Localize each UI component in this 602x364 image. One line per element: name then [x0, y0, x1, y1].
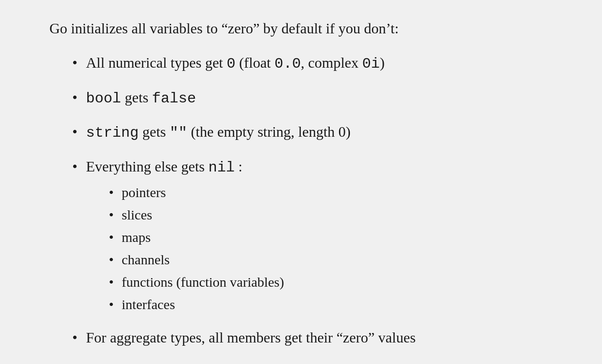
main-list: All numerical types get 0 (float 0.0, co… — [49, 53, 553, 348]
code-complex: 0i — [362, 55, 380, 72]
code-0: 0 — [226, 55, 235, 72]
list-item-numerical: All numerical types get 0 (float 0.0, co… — [72, 53, 553, 75]
sub-item-pointers-label: pointers — [122, 185, 166, 200]
sub-item-maps-label: maps — [122, 230, 150, 245]
sub-list-nil-types: pointers slices maps channels functions … — [86, 182, 553, 315]
code-float: 0.0 — [274, 55, 301, 72]
numerical-text: All numerical types get 0 (float 0.0, co… — [86, 54, 385, 71]
bool-text: bool gets false — [86, 89, 196, 106]
sub-item-channels-label: channels — [122, 252, 170, 267]
code-string: string — [86, 124, 139, 141]
sub-item-slices-label: slices — [122, 207, 152, 222]
aggregate-text: For aggregate types, all members get the… — [86, 329, 416, 346]
sub-item-channels: channels — [109, 249, 553, 270]
list-item-aggregate: For aggregate types, all members get the… — [72, 327, 553, 348]
code-empty-string: "" — [170, 124, 187, 141]
sub-item-functions: functions (function variables) — [109, 272, 553, 292]
string-text: string gets "" (the empty string, length… — [86, 123, 350, 140]
list-item-bool: bool gets false — [72, 87, 553, 109]
sub-item-slices: slices — [109, 204, 553, 225]
list-item-everything-else: Everything else gets nil : pointers slic… — [72, 156, 553, 315]
sub-item-maps: maps — [109, 227, 553, 247]
code-bool: bool — [86, 90, 121, 107]
code-false: false — [152, 90, 196, 107]
intro-paragraph: Go initializes all variables to “zero” b… — [49, 18, 553, 39]
code-nil: nil — [208, 159, 235, 176]
sub-item-interfaces: interfaces — [109, 294, 553, 315]
sub-item-functions-label: functions (function variables) — [122, 274, 284, 289]
everything-else-text: Everything else gets nil : — [86, 158, 242, 175]
sub-item-pointers: pointers — [109, 182, 553, 203]
main-content: Go initializes all variables to “zero” b… — [49, 18, 553, 361]
list-item-string: string gets "" (the empty string, length… — [72, 122, 553, 144]
sub-item-interfaces-label: interfaces — [122, 297, 175, 312]
